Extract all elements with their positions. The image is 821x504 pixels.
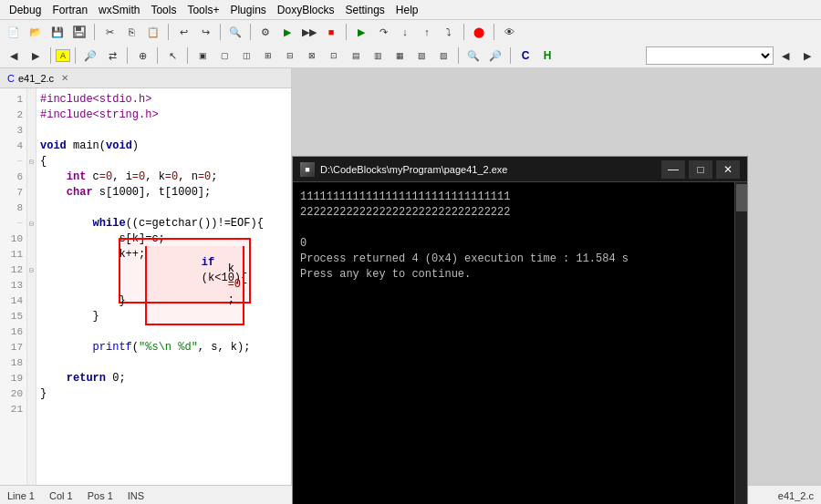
- highlight-box-13: k =0 ;: [145, 246, 244, 325]
- fold-4: [27, 139, 36, 154]
- tb-redo[interactable]: ↪: [195, 22, 215, 42]
- code-line-9: while ((c=getchar())!=EOF){: [40, 216, 287, 231]
- tb-c-btn[interactable]: C: [515, 46, 535, 66]
- tb-save-all[interactable]: [69, 22, 89, 42]
- console-maximize-btn[interactable]: □: [689, 160, 712, 179]
- menu-debug[interactable]: Debug: [4, 2, 47, 18]
- tb-icon-6[interactable]: ⊠: [302, 46, 322, 66]
- menu-help[interactable]: Help: [390, 2, 424, 18]
- console-scrollbar[interactable]: [734, 182, 747, 504]
- menu-tools[interactable]: Tools: [145, 2, 182, 18]
- tab-close-btn[interactable]: ✕: [61, 73, 68, 83]
- menu-wxsmith[interactable]: wxSmith: [93, 2, 145, 18]
- tb-cursor-pos[interactable]: ⊕: [132, 46, 152, 66]
- tb-icon-10[interactable]: ▦: [390, 46, 410, 66]
- fold-3: [27, 123, 36, 139]
- console-close-btn[interactable]: ✕: [716, 160, 740, 179]
- code-line-7: char s[1000], t[1000];: [40, 185, 287, 201]
- fold-16: [27, 324, 36, 340]
- tb-nav-next[interactable]: ▶: [797, 46, 817, 66]
- console-cursor-line: [300, 283, 740, 298]
- tb-debug[interactable]: ▶: [351, 22, 371, 42]
- tb-copy[interactable]: ⎘: [121, 22, 141, 42]
- tb-sep-2: [168, 24, 169, 40]
- tb-replace[interactable]: ⇄: [102, 46, 122, 66]
- fold-19: [27, 371, 36, 386]
- toolbar-area: 📄 📂 💾 ✂ ⎘ 📋 ↩ ↪ 🔍 ⚙ ▶ ▶▶ ■ ▶ ↷ ↓ ↑ ⤵ ⬤ 👁…: [0, 20, 821, 68]
- tb-undo[interactable]: ↩: [173, 22, 193, 42]
- fold-9[interactable]: ⊟: [27, 216, 36, 231]
- tb-sep-1: [94, 24, 95, 40]
- token-17-rest: , s, k);: [198, 340, 251, 355]
- header-dropdown[interactable]: header: [646, 46, 774, 65]
- tb-debug-next[interactable]: ↷: [373, 22, 393, 42]
- tb-breakpoint[interactable]: ⬤: [469, 22, 489, 42]
- menu-doxyblocks[interactable]: DoxyBlocks: [272, 2, 340, 18]
- tb-stop[interactable]: ■: [321, 22, 341, 42]
- ln-21: 21: [0, 402, 23, 417]
- tb-icon-3[interactable]: ◫: [236, 46, 256, 66]
- tb-new[interactable]: 📄: [4, 22, 24, 42]
- tb-debug-out[interactable]: ↑: [417, 22, 437, 42]
- tb-prev[interactable]: ◀: [4, 46, 24, 66]
- tb-highlight[interactable]: A: [56, 49, 70, 62]
- tb-icon-8[interactable]: ▤: [346, 46, 366, 66]
- tb-next[interactable]: ▶: [26, 46, 46, 66]
- token-2-1: #include<string.h>: [40, 108, 159, 123]
- tb-build[interactable]: ⚙: [255, 22, 275, 42]
- tb-save[interactable]: 💾: [47, 22, 68, 42]
- tb-find[interactable]: 🔍: [225, 22, 245, 42]
- console-line-3: [300, 221, 740, 236]
- token-4-paren: ): [132, 139, 139, 154]
- scroll-thumb[interactable]: [736, 184, 747, 211]
- tb-open[interactable]: 📂: [26, 22, 46, 42]
- tb-icon-5[interactable]: ⊟: [280, 46, 300, 66]
- console-line-1: 11111111111111111111111111111111: [300, 190, 740, 205]
- ln-9: −: [0, 216, 23, 231]
- fold-12[interactable]: ⊟: [27, 262, 36, 278]
- fold-indicator: ⊟ ⊟ ⊟: [27, 88, 36, 485]
- tb-icon-4[interactable]: ⊞: [258, 46, 278, 66]
- tb-icon-11[interactable]: ▧: [411, 46, 431, 66]
- tb-nav-prev[interactable]: ◀: [775, 46, 795, 66]
- code-line-6: int c =0 , i =0 , k =0 , n =0 ;: [40, 170, 287, 185]
- fold-1: [27, 92, 36, 108]
- tb-debug-run[interactable]: ⤵: [439, 22, 459, 42]
- code-editor[interactable]: #include<stdio.h> #include<string.h> voi…: [36, 88, 291, 485]
- ln-11: 11: [0, 247, 23, 262]
- menu-tools-plus[interactable]: Tools+: [182, 2, 224, 18]
- tb-paste[interactable]: 📋: [143, 22, 163, 42]
- tb-cut[interactable]: ✂: [99, 22, 120, 42]
- token-19-return: return: [67, 371, 106, 386]
- ln-13: 13: [0, 278, 23, 293]
- tb-h-btn[interactable]: H: [537, 46, 557, 66]
- tb-search[interactable]: 🔎: [80, 46, 100, 66]
- tb-sep-14: [510, 47, 511, 64]
- tb-sep-8: [50, 47, 51, 64]
- console-minimize-btn[interactable]: —: [661, 160, 685, 179]
- tb-pointer-tool[interactable]: ↖: [162, 46, 182, 66]
- tb-watch[interactable]: 👁: [499, 22, 519, 42]
- tb-icon-12[interactable]: ▨: [433, 46, 453, 66]
- tb-run[interactable]: ▶: [277, 22, 297, 42]
- ln-19: 19: [0, 371, 23, 386]
- menu-settings[interactable]: Settings: [340, 2, 390, 18]
- token-9-while: while: [93, 216, 126, 231]
- fold-5[interactable]: ⊟: [27, 154, 36, 170]
- tab-filename[interactable]: e41_2.c: [18, 73, 54, 84]
- code-line-17: printf ( "%s\n %d" , s, k);: [40, 340, 287, 355]
- tb-zoom-out[interactable]: 🔎: [485, 46, 505, 66]
- tb-zoom-in[interactable]: 🔍: [463, 46, 483, 66]
- tb-icon-2[interactable]: ▢: [214, 46, 234, 66]
- tb-icon-7[interactable]: ⊡: [324, 46, 344, 66]
- token-6-1: =0: [132, 170, 145, 185]
- tb-sep-3: [220, 24, 221, 40]
- tb-sep-6: [463, 24, 464, 40]
- tb-icon-9[interactable]: ▥: [368, 46, 388, 66]
- tb-build-run[interactable]: ▶▶: [299, 22, 319, 42]
- menu-plugins[interactable]: Plugins: [224, 2, 271, 18]
- tb-icon-1[interactable]: ▣: [192, 46, 213, 66]
- menu-fortran[interactable]: Fortran: [47, 2, 93, 18]
- tb-debug-step[interactable]: ↓: [395, 22, 415, 42]
- tb-sep-9: [75, 47, 76, 64]
